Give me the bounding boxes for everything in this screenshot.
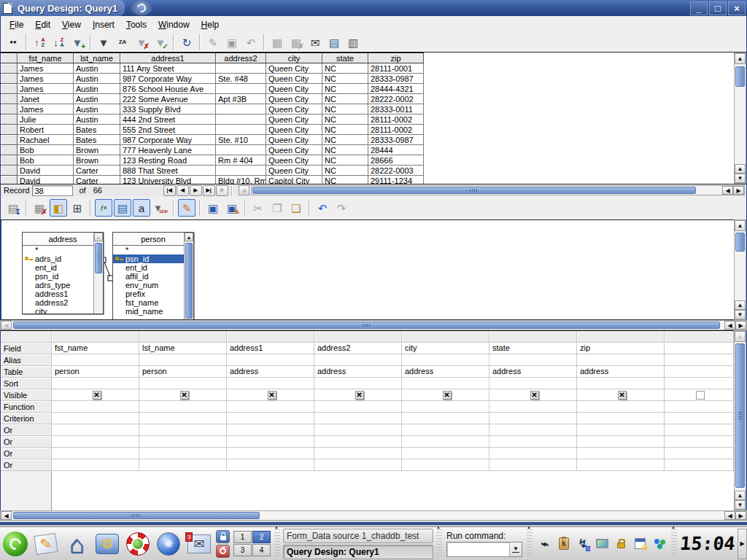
visible-checkbox[interactable]: ✕ — [530, 391, 539, 400]
cell-fst_name[interactable]: James — [18, 84, 74, 94]
cell-city[interactable]: Queen City — [266, 104, 322, 114]
cell-address1[interactable]: 555 2nd Street — [120, 125, 216, 135]
column-header-address1[interactable]: address1 — [120, 52, 216, 63]
query-cell-or0-3[interactable] — [314, 424, 402, 436]
scroll-left-button[interactable]: ◀ — [722, 186, 733, 195]
cell-state[interactable]: NC — [322, 114, 368, 125]
query-cell-visible-0[interactable]: ✕ — [52, 389, 139, 401]
field-adrs_id[interactable]: adrs_id — [23, 254, 93, 263]
cell-city[interactable]: Queen City — [266, 166, 322, 176]
query-cell-function-2[interactable] — [227, 401, 314, 413]
desktop-pager[interactable]: 1234 — [233, 531, 271, 556]
run-command-dropdown-button[interactable]: ▼ — [509, 542, 522, 556]
cell-state[interactable]: NC — [322, 125, 368, 135]
field-psn_id[interactable]: psn_id — [113, 254, 184, 263]
cell-state[interactable]: NC — [322, 155, 368, 166]
scroll-up-button[interactable]: ▲ — [94, 233, 103, 241]
query-cell-table-7[interactable] — [665, 366, 734, 378]
cell-lst_name[interactable]: Carter — [74, 166, 120, 176]
home-launcher[interactable]: ⌂ — [62, 529, 91, 559]
query-cell-or3-2[interactable] — [227, 459, 314, 471]
query-cell-alias-5[interactable] — [489, 354, 577, 366]
network-tray-icon[interactable]: ↯0 — [575, 536, 591, 552]
sort-descending-button[interactable]: ↓ZA — [50, 34, 67, 51]
scroll-up-button[interactable]: ▲ — [185, 233, 193, 241]
row-selector[interactable] — [1, 94, 18, 104]
cell-state[interactable]: NC — [322, 94, 368, 104]
cell-zip[interactable]: 28444 — [368, 145, 424, 155]
query-cell-alias-7[interactable] — [665, 354, 734, 366]
applet-handle[interactable] — [274, 529, 280, 559]
menu-view[interactable]: View — [56, 18, 87, 32]
refresh-button[interactable]: ↻ — [178, 34, 196, 51]
cell-lst_name[interactable]: Carter — [74, 176, 120, 184]
functions-button[interactable]: ƒx — [95, 199, 112, 217]
query-cell-visible-5[interactable]: ✕ — [489, 389, 577, 401]
query-cell-sort-2[interactable] — [227, 378, 314, 389]
query-cell-or2-6[interactable] — [577, 448, 665, 459]
query-cell-table-5[interactable]: address — [489, 366, 577, 378]
field-address2[interactable]: address2 — [23, 298, 93, 307]
table-title[interactable]: person — [113, 233, 193, 246]
person-fields-scrollbar[interactable]: ▲ — [184, 233, 193, 319]
query-cell-sort-1[interactable] — [139, 378, 227, 389]
query-cell-or1-2[interactable] — [227, 436, 314, 448]
scroll-right-button[interactable]: ▶ — [735, 511, 746, 520]
delete-record-button[interactable]: ▦✗ — [287, 34, 305, 51]
query-grid-vscrollbar[interactable]: ▲ ▲ ▼ — [734, 330, 746, 510]
alias-button[interactable]: a — [133, 199, 150, 217]
query-cell-or3-0[interactable] — [52, 459, 139, 471]
menu-file[interactable]: File — [4, 18, 29, 32]
query-cell-or2-0[interactable] — [52, 448, 139, 459]
field-star[interactable]: * — [23, 246, 93, 254]
cell-address1[interactable]: 876 School House Ave — [120, 84, 216, 94]
cell-address1[interactable]: 987 Corporate Way — [120, 135, 216, 145]
cell-fst_name[interactable]: David — [18, 176, 74, 184]
maximize-button[interactable]: □ — [709, 1, 727, 15]
last-record-button[interactable]: ▶| — [203, 185, 215, 196]
query-column-header[interactable] — [402, 331, 489, 343]
cell-fst_name[interactable]: James — [18, 104, 74, 114]
cell-state[interactable]: NC — [322, 176, 368, 184]
query-cell-or1-5[interactable] — [489, 436, 577, 448]
query-cell-visible-6[interactable]: ✕ — [577, 389, 665, 401]
query-cell-or2-4[interactable] — [402, 448, 489, 459]
cell-lst_name[interactable]: Austin — [74, 114, 120, 125]
cell-zip[interactable]: 28333-0011 — [368, 104, 424, 114]
apply-filter-button[interactable]: ▼✓ — [152, 34, 169, 51]
next-page-button[interactable]: ▼ — [735, 310, 746, 319]
query-column-header[interactable] — [139, 331, 227, 343]
query-cell-or1-6[interactable] — [577, 436, 665, 448]
cell-lst_name[interactable]: Austin — [74, 63, 120, 74]
autofilter-button[interactable]: ▼+ — [69, 34, 86, 51]
cell-fst_name[interactable]: James — [18, 63, 74, 74]
row-selector[interactable] — [1, 155, 18, 166]
query-cell-or2-7[interactable] — [665, 448, 734, 459]
query-cell-function-0[interactable] — [52, 401, 139, 413]
query-cell-table-3[interactable]: address — [314, 366, 402, 378]
prev-page-button[interactable]: ▲ — [735, 300, 746, 310]
menu-help[interactable]: Help — [196, 18, 225, 32]
display-tray-icon[interactable] — [594, 536, 610, 552]
query-cell-table-2[interactable]: address — [227, 366, 314, 378]
query-cell-sort-4[interactable] — [402, 378, 489, 389]
run-query-button[interactable]: ▤↧ — [4, 199, 22, 217]
scroll-up-button[interactable]: ▲ — [735, 220, 746, 231]
text-editor-launcher[interactable]: ✎ — [31, 529, 61, 559]
table-title[interactable]: address — [23, 233, 103, 246]
cut-button[interactable]: ✂ — [249, 199, 267, 217]
scroll-up-button[interactable]: ▲ — [735, 331, 746, 342]
cell-address2[interactable]: Ste. #10 — [216, 135, 266, 145]
cell-zip[interactable]: 28333-0987 — [368, 135, 424, 145]
cell-city[interactable]: Queen City — [266, 114, 322, 125]
query-cell-alias-0[interactable] — [52, 354, 139, 366]
query-cell-criterion-2[interactable] — [227, 413, 314, 424]
query-column-header[interactable] — [227, 331, 314, 343]
query-cell-or2-3[interactable] — [314, 448, 402, 459]
cell-address1[interactable]: 987 Corporate Way — [120, 74, 216, 84]
undo-button[interactable]: ↶ — [314, 199, 331, 217]
updater-tray-icon[interactable] — [651, 536, 667, 552]
standard-filter-button[interactable]: ▼ — [95, 34, 112, 51]
query-cell-sort-0[interactable] — [52, 378, 139, 389]
visible-checkbox[interactable] — [696, 391, 705, 400]
